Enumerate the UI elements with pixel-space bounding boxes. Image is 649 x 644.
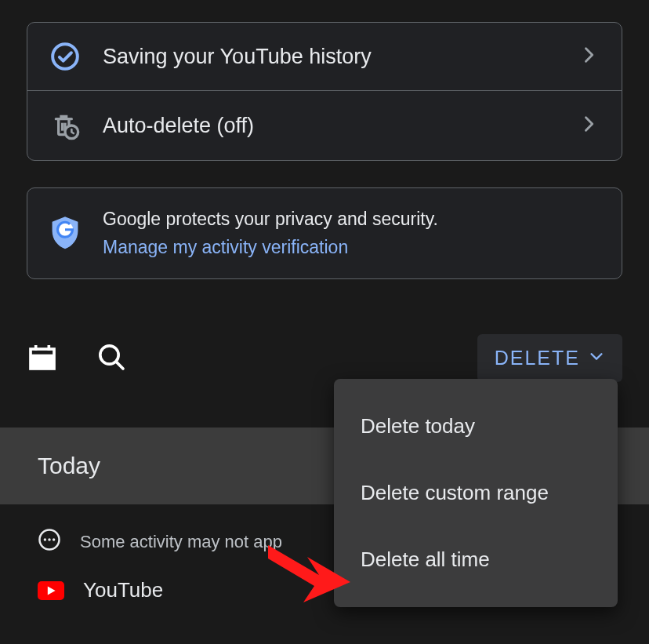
autodelete-label: Auto-delete (off) — [103, 114, 556, 138]
svg-rect-6 — [31, 354, 54, 368]
trash-clock-icon — [49, 110, 81, 141]
delete-custom-range-item[interactable]: Delete custom range — [334, 460, 618, 526]
svg-point-12 — [44, 539, 47, 542]
svg-point-0 — [53, 44, 78, 69]
delete-dropdown: Delete today Delete custom range Delete … — [334, 379, 618, 607]
more-circle-icon — [38, 528, 61, 556]
chevron-right-icon — [578, 44, 600, 69]
delete-all-time-item[interactable]: Delete all time — [334, 526, 618, 593]
youtube-history-row[interactable]: Saving your YouTube history — [27, 23, 622, 90]
search-icon[interactable] — [96, 341, 127, 376]
calendar-icon[interactable] — [27, 341, 58, 376]
privacy-line: Google protects your privacy and securit… — [103, 206, 600, 234]
svg-point-13 — [48, 539, 51, 542]
delete-button[interactable]: DELETE — [477, 334, 622, 382]
chevron-down-icon — [588, 347, 605, 369]
delete-today-item[interactable]: Delete today — [334, 393, 618, 460]
svg-point-14 — [53, 539, 56, 542]
svg-line-10 — [117, 362, 123, 368]
youtube-icon — [38, 581, 64, 600]
settings-card: Saving your YouTube history Auto-delete … — [27, 22, 622, 161]
check-circle-icon — [49, 42, 81, 71]
shield-g-icon — [49, 214, 81, 253]
history-label: Saving your YouTube history — [103, 45, 556, 69]
auto-delete-row[interactable]: Auto-delete (off) — [27, 90, 622, 160]
delete-label: DELETE — [495, 347, 580, 369]
privacy-card: Google protects your privacy and securit… — [27, 187, 622, 279]
chevron-right-icon — [578, 113, 600, 138]
privacy-text: Google protects your privacy and securit… — [103, 206, 600, 261]
youtube-label: YouTube — [83, 578, 163, 602]
activity-toolbar: DELETE — [27, 334, 622, 382]
notice-text: Some activity may not app — [80, 532, 282, 552]
manage-verification-link[interactable]: Manage my activity verification — [103, 234, 600, 262]
